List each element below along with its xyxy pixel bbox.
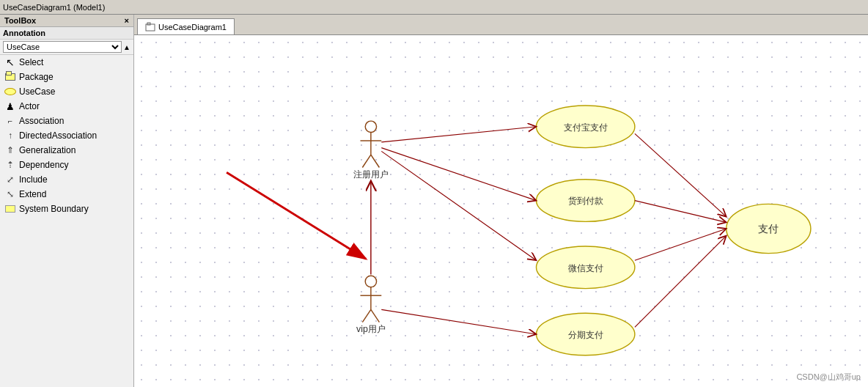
sidebar-item-label-dependency: Dependency [19, 160, 68, 170]
svg-line-29 [381, 151, 536, 260]
svg-text:注册用户: 注册用户 [353, 169, 389, 180]
tab-bar: UseCaseDiagram1 [134, 15, 868, 35]
svg-line-27 [381, 127, 536, 142]
boundary-icon [4, 203, 16, 215]
sidebar-item-directed[interactable]: ↑ DirectedAssociation [0, 128, 133, 143]
svg-line-25 [227, 172, 366, 259]
svg-line-33 [635, 229, 727, 260]
usecase-installment: 分期支付 [537, 313, 635, 355]
association-icon: ⌐ [4, 115, 16, 127]
sidebar-item-label-actor: Actor [19, 101, 40, 111]
sidebar-item-generalization[interactable]: ⇑ Generalization [0, 143, 133, 158]
tab-usecase-diagram[interactable]: UseCaseDiagram1 [137, 18, 235, 34]
usecase-icon [4, 86, 16, 97]
main-area: ToolBox × Annotation UseCase ▲ ↖ Select [0, 15, 868, 387]
usecase-cod: 货到付款 [537, 180, 635, 222]
svg-line-12 [371, 309, 380, 322]
diagram-area[interactable]: 注册用户 vip用户 支付宝支付 [134, 35, 868, 387]
svg-line-5 [362, 155, 371, 167]
svg-text:微信支付: 微信支付 [568, 263, 603, 273]
actor-vip-user: vip用户 [356, 276, 386, 334]
svg-text:支付: 支付 [758, 223, 779, 235]
svg-text:vip用户: vip用户 [356, 324, 386, 334]
annotation-section: Annotation [0, 27, 133, 40]
toolbox-header: ToolBox × [0, 15, 133, 27]
sidebar-item-include[interactable]: ⤢ Include [0, 172, 133, 187]
sidebar-item-association[interactable]: ⌐ Association [0, 114, 133, 128]
usecase-dropdown[interactable]: UseCase ▲ [0, 40, 133, 55]
actor-registered-user: 注册用户 [353, 121, 389, 180]
sidebar-item-select[interactable]: ↖ Select [0, 55, 133, 70]
svg-text:支付宝支付: 支付宝支付 [564, 122, 608, 133]
sidebar-item-package[interactable]: Package [0, 70, 133, 84]
svg-line-34 [635, 236, 727, 328]
sidebar-item-label-extend: Extend [19, 189, 46, 199]
usecase-select[interactable]: UseCase [3, 41, 122, 53]
diagram-svg: 注册用户 vip用户 支付宝支付 [134, 35, 868, 387]
sidebar-item-label-boundary: System Boundary [19, 204, 89, 214]
package-icon [4, 71, 16, 83]
dependency-icon: ⇡ [4, 159, 16, 171]
sidebar-item-usecase[interactable]: UseCase [0, 84, 133, 99]
sidebar-item-label-usecase: UseCase [19, 86, 55, 97]
cursor-icon: ↖ [4, 56, 16, 68]
sidebar-item-extend[interactable]: ⤡ Extend [0, 187, 133, 202]
sidebar-item-dependency[interactable]: ⇡ Dependency [0, 158, 133, 172]
app-container: UseCaseDiagram1 (Model1) ToolBox × Annot… [0, 0, 868, 387]
extend-icon: ⤡ [4, 188, 16, 200]
diagram-tab-icon [145, 22, 155, 32]
actor-icon: ♟ [4, 100, 16, 112]
sidebar-item-label-directed: DirectedAssociation [19, 130, 97, 141]
sidebar-item-label-select: Select [19, 57, 43, 67]
sidebar-item-system-boundary[interactable]: System Boundary [0, 202, 133, 216]
generalization-icon: ⇑ [4, 144, 16, 156]
svg-line-31 [635, 133, 727, 216]
svg-text:分期支付: 分期支付 [568, 330, 603, 340]
sidebar-item-label-package: Package [19, 72, 54, 82]
sidebar-item-label-generalization: Generalization [19, 145, 76, 155]
svg-line-28 [381, 148, 536, 201]
usecase-alipay: 支付宝支付 [537, 106, 635, 148]
toolbox-title: ToolBox [4, 16, 36, 25]
title-text: UseCaseDiagram1 (Model1) [3, 3, 105, 12]
content-area: UseCaseDiagram1 [134, 15, 868, 387]
include-icon: ⤢ [4, 174, 16, 185]
tab-label: UseCaseDiagram1 [158, 23, 227, 32]
svg-point-8 [365, 276, 376, 287]
title-bar: UseCaseDiagram1 (Model1) [0, 0, 868, 15]
sidebar-item-actor[interactable]: ♟ Actor [0, 99, 133, 114]
svg-line-11 [362, 309, 371, 322]
directed-icon: ↑ [4, 130, 16, 141]
dropdown-arrow: ▲ [123, 43, 130, 51]
watermark: CSDN@山鸡哥up [796, 372, 861, 383]
sidebar-item-label-include: Include [19, 174, 48, 185]
usecase-wechat: 微信支付 [537, 246, 635, 289]
sidebar-item-label-association: Association [19, 116, 64, 126]
svg-line-6 [371, 155, 380, 167]
usecase-pay: 支付 [727, 204, 811, 253]
toolbox-close[interactable]: × [125, 16, 129, 25]
svg-text:货到付款: 货到付款 [568, 196, 603, 206]
svg-point-2 [365, 121, 376, 132]
svg-line-30 [381, 309, 536, 334]
sidebar: ToolBox × Annotation UseCase ▲ ↖ Select [0, 15, 134, 387]
